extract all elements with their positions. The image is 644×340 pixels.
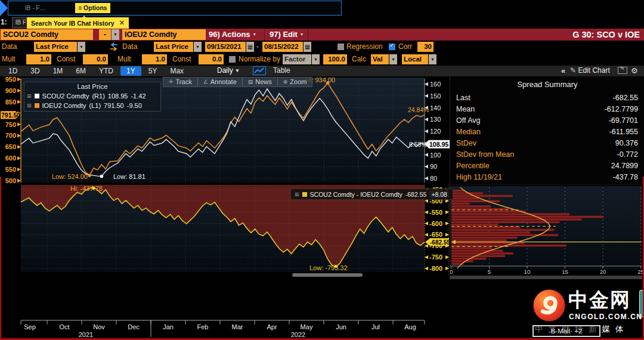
svg-text:750: 750	[5, 121, 16, 128]
svg-text:Low: -793.32: Low: -793.32	[309, 264, 348, 271]
mult2-field[interactable]: 1.0	[142, 54, 167, 64]
gear-icon[interactable]	[631, 66, 638, 75]
chat-search-tooltip[interactable]: Search Your IB Chat History ✕	[27, 17, 129, 29]
mult1-label: Mult	[2, 53, 16, 66]
spread-histogram[interactable]: 0510152025	[450, 185, 644, 280]
svg-text:791.50: 791.50	[1, 112, 20, 119]
price-legend[interactable]: Last Price SCOU2 Comdty (R1) 108.95 -1.4…	[24, 82, 161, 112]
tooltip-pointer	[80, 11, 88, 21]
security2-field[interactable]: IOEU2 Comdty	[122, 29, 206, 40]
period-select[interactable]: Daily ▼	[217, 66, 240, 75]
const2-field[interactable]: 0.0	[199, 54, 224, 64]
legend-row[interactable]: SCOU2 Comdty (R1) 108.95 -1.42	[24, 91, 160, 101]
edit-menu[interactable]: 97) Edit ▼	[270, 29, 304, 41]
dropdown-icon[interactable]	[78, 42, 85, 52]
tab-range-ytd[interactable]: YTD	[93, 66, 119, 76]
chart-tool-zoom[interactable]: ⊕Zoom	[278, 78, 312, 86]
summary-row: StDev from Mean-0.772	[451, 149, 644, 160]
expand-icon[interactable]	[27, 93, 32, 99]
svg-text:Feb: Feb	[197, 323, 209, 330]
legend-row[interactable]: IOEU2 Comdty (L1) 791.50 -9.50	[24, 101, 160, 110]
svg-text:Low: 81.81: Low: 81.81	[113, 173, 145, 180]
overlay-box: B-Mail· +2	[532, 325, 600, 337]
currency-select[interactable]: Local	[402, 54, 428, 64]
bloomberg-terminal: IB - F… Options 1: IB F 12 <GO> to View …	[0, 0, 644, 340]
svg-text:-682.55: -682.55	[430, 239, 450, 246]
svg-text:Dec: Dec	[128, 323, 140, 330]
tab-range-1d[interactable]: 1D	[2, 66, 23, 76]
summary-label: Percentile	[456, 160, 490, 172]
chart-tool-track[interactable]: ✛Track	[163, 78, 198, 86]
expand-icon[interactable]	[295, 191, 299, 197]
chart-tool-annotate[interactable]: ∠Annotate	[198, 78, 243, 86]
dropdown-icon[interactable]	[312, 54, 320, 64]
normalize-amount-field[interactable]: 100.0	[323, 54, 347, 64]
data1-label: Data	[2, 41, 17, 53]
const1-field[interactable]: 0.0	[83, 54, 108, 64]
date-to-field[interactable]: 08/15/2022	[262, 42, 303, 52]
svg-text:Hi: -437.78: Hi: -437.78	[70, 185, 103, 192]
chart-tool-news[interactable]: ▤News	[243, 78, 278, 86]
tool-label: News	[255, 78, 272, 86]
calendar-icon[interactable]	[246, 42, 254, 52]
summary-row: StDev90.376	[451, 138, 644, 149]
mult1-field[interactable]: 1.0	[26, 54, 51, 64]
ib-chat-window[interactable]: IB - F… Options	[8, 1, 342, 16]
svg-text:Low: 524.00: Low: 524.00	[52, 173, 88, 180]
data1-select[interactable]: Last Price	[34, 42, 77, 52]
tab-range-max[interactable]: Max	[164, 66, 190, 76]
calc-select[interactable]: Val	[371, 54, 389, 64]
expand-icon[interactable]	[27, 103, 32, 109]
dropdown-icon[interactable]	[194, 42, 202, 52]
mult-controls-row: Mult 1.0 Const 0.0 Mult 1.0 Const 0.0 No…	[0, 53, 644, 66]
tab-range-6m[interactable]: 6M	[70, 66, 92, 76]
tab-range-1y[interactable]: 1Y	[120, 66, 141, 76]
svg-text:-650: -650	[429, 231, 442, 238]
normalize-checkbox[interactable]	[229, 56, 236, 63]
actions-menu[interactable]: 96) Actions ▼	[209, 29, 256, 41]
data2-label: Data	[122, 41, 137, 53]
chart-toolbar: ✛Track∠Annotate▤News⊕Zoom	[163, 77, 312, 87]
tab-range-1m[interactable]: 1M	[47, 66, 69, 76]
svg-text:950: 950	[5, 76, 16, 83]
summary-label: Mean	[456, 104, 475, 115]
series-change: -9.50	[127, 102, 142, 109]
calendar-icon[interactable]	[304, 42, 311, 52]
close-icon[interactable]: ✕	[119, 19, 125, 27]
regression-checkbox[interactable]	[338, 44, 344, 50]
operator-field[interactable]: -	[99, 29, 111, 40]
tab-range-3d[interactable]: 3D	[24, 66, 45, 76]
svg-text:-550: -550	[429, 209, 442, 216]
svg-text:-800: -800	[429, 265, 442, 272]
tab-table[interactable]: Table	[273, 66, 290, 75]
svg-text:500: 500	[5, 177, 16, 184]
summary-value: -0.772	[617, 149, 638, 160]
security1-field[interactable]: SCOU2 Comdty	[1, 29, 93, 40]
svg-text:900: 900	[5, 87, 16, 94]
ib-window-title: IB - F…	[25, 5, 45, 11]
spread-legend[interactable]: SCOU2 Comdty - IOEU2 Comdty -682.55 +8.0…	[290, 188, 453, 200]
summary-value: -69.7701	[609, 115, 638, 126]
dropdown-icon[interactable]	[429, 54, 436, 64]
collapse-panel-button[interactable]: «	[561, 66, 565, 75]
const2-label: Const	[172, 53, 191, 66]
date-from-field[interactable]: 09/15/2021	[205, 42, 246, 52]
corr-checkbox[interactable]	[389, 44, 395, 50]
operator-dropdown-icon[interactable]	[112, 29, 119, 40]
summary-value: 24.7899	[611, 160, 638, 172]
annotate-chart-icon[interactable]	[618, 67, 627, 74]
edit-chart-button[interactable]: Edit Chart	[570, 66, 610, 75]
spread-summary-panel: Spread Summary Last-682.55Mean-612.7799O…	[451, 76, 644, 185]
corr-window-field[interactable]: 30	[417, 42, 434, 52]
summary-row: Off Avg-69.7701	[451, 115, 644, 126]
chart-scrollbar[interactable]	[292, 273, 363, 277]
svg-text:700: 700	[5, 132, 16, 139]
dropdown-icon[interactable]	[389, 54, 397, 64]
swap-icon[interactable]	[109, 42, 119, 51]
panel-arrow-icon[interactable]	[0, 0, 8, 16]
tab-range-5y[interactable]: 5Y	[143, 66, 163, 76]
chart-type-button[interactable]	[253, 66, 266, 75]
normalize-select[interactable]: Factor	[283, 54, 311, 64]
data2-select[interactable]: Last Price	[154, 42, 193, 52]
chevron-down-icon: ▼	[252, 32, 256, 36]
